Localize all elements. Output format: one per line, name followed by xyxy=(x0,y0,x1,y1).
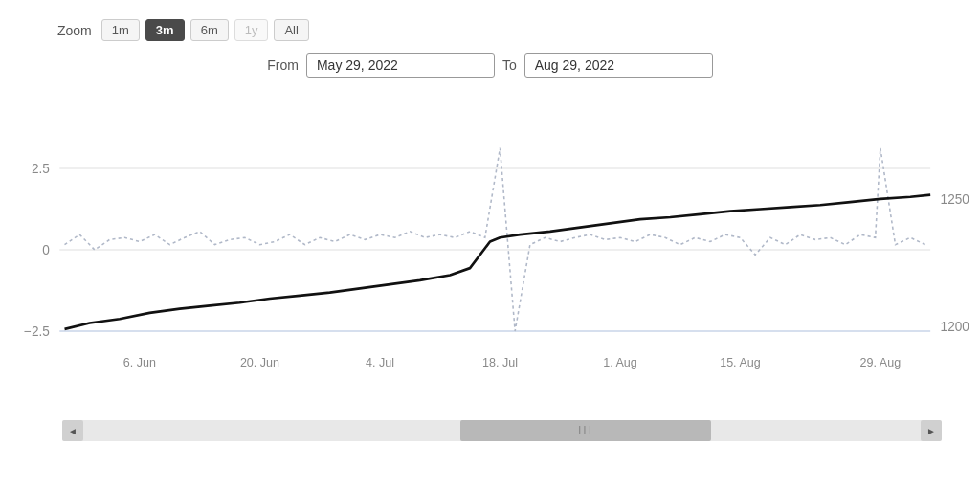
x-label-4jul: 4. Jul xyxy=(366,356,394,369)
scroll-thumb-label: III xyxy=(578,424,593,437)
x-label-15aug: 15. Aug xyxy=(720,356,761,369)
scroll-right-arrow[interactable]: ► xyxy=(921,420,942,441)
y-label-neg-2-5-left: −2.5 xyxy=(24,324,50,339)
zoom-1m-button[interactable]: 1m xyxy=(101,19,140,41)
chart-svg: 2.5 0 −2.5 1250 1200 6. Jun 20. Jun 4. J… xyxy=(10,87,970,412)
scroll-track[interactable]: III xyxy=(83,420,921,441)
main-container: Zoom 1m 3m 6m 1y All From To 2.5 0 −2.5 … xyxy=(0,0,980,490)
chart-area: 2.5 0 −2.5 1250 1200 6. Jun 20. Jun 4. J… xyxy=(10,87,970,412)
scrollbar[interactable]: ◄ III ► xyxy=(62,420,942,441)
main-series xyxy=(65,195,931,329)
date-range: From To xyxy=(10,53,970,78)
zoom-6m-button[interactable]: 6m xyxy=(190,19,229,41)
to-label: To xyxy=(502,57,517,73)
x-label-6jun: 6. Jun xyxy=(123,356,156,369)
x-label-18jul: 18. Jul xyxy=(482,356,518,369)
from-label: From xyxy=(267,57,299,73)
to-date-input[interactable] xyxy=(524,53,713,78)
from-date-input[interactable] xyxy=(306,53,495,78)
x-label-1aug: 1. Aug xyxy=(603,356,637,369)
x-label-20jun: 20. Jun xyxy=(240,356,279,369)
zoom-bar: Zoom 1m 3m 6m 1y All xyxy=(57,19,970,41)
zoom-all-button[interactable]: All xyxy=(274,19,308,41)
zoom-3m-button[interactable]: 3m xyxy=(145,19,185,41)
scroll-left-arrow[interactable]: ◄ xyxy=(62,420,83,441)
y-label-1250-right: 1250 xyxy=(941,192,970,207)
zoom-label: Zoom xyxy=(57,23,92,38)
y-label-2-5-left: 2.5 xyxy=(32,162,50,176)
zoom-1y-button: 1y xyxy=(234,19,269,41)
y-label-1200-right: 1200 xyxy=(941,320,970,334)
y-label-0-left: 0 xyxy=(42,243,50,257)
x-label-29aug: 29. Aug xyxy=(860,356,902,369)
scroll-thumb[interactable]: III xyxy=(460,420,712,441)
